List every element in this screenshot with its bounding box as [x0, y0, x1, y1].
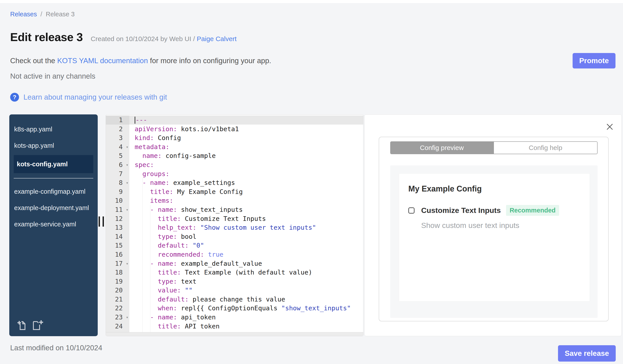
line-number: 17▾: [106, 259, 129, 268]
title-row: Edit release 3 Created on 10/10/2024 by …: [10, 30, 237, 44]
config-item-help: Show custom user text inputs: [421, 221, 580, 230]
tab-config-help[interactable]: Config help: [493, 141, 598, 154]
code-text: type: text: [129, 277, 363, 286]
horizontal-scrollbar[interactable]: [106, 332, 363, 336]
fold-arrow-icon[interactable]: ▾: [126, 178, 129, 187]
line-number: 14: [106, 232, 129, 241]
code-line-21[interactable]: 21 default: please change this value: [106, 295, 363, 304]
line-number: 24: [106, 322, 129, 331]
code-line-19[interactable]: 19 type: text: [106, 277, 363, 286]
code-line-5[interactable]: 5 name: config-sample: [106, 151, 363, 160]
code-line-22[interactable]: 22 when: repl{{ ConfigOptionEquals "show…: [106, 304, 363, 313]
code-line-12[interactable]: 12 title: Customize Text Inputs: [106, 214, 363, 223]
line-number: 2: [106, 124, 129, 134]
code-line-1[interactable]: 1---: [106, 116, 363, 124]
preview-tabs: Config preview Config help: [390, 141, 598, 154]
code-line-13[interactable]: 13 help_text: "Show custom user text inp…: [106, 223, 363, 232]
resize-bar: [103, 217, 104, 227]
code-line-23[interactable]: 23▾ - name: api_token: [106, 313, 363, 322]
config-preview-panel: Config preview Config help My Example Co…: [364, 114, 622, 336]
code-line-14[interactable]: 14 type: bool: [106, 232, 363, 241]
code-line-6[interactable]: 6▾spec:: [106, 160, 363, 169]
created-text: Created on 10/10/2024 by Web UI /: [91, 35, 195, 42]
line-number: 4▾: [106, 142, 129, 152]
code-text: spec:: [129, 160, 363, 169]
line-number: 7: [106, 169, 129, 179]
tab-config-preview[interactable]: Config preview: [390, 141, 493, 154]
code-text: title: Text Example (with default value): [129, 268, 363, 277]
line-number: 12: [106, 214, 129, 223]
line-number: 6▾: [106, 160, 129, 169]
question-mark-icon: ?: [10, 93, 19, 101]
code-line-9[interactable]: 9 title: My Example Config: [106, 187, 363, 196]
code-line-3[interactable]: 3kind: Config: [106, 133, 363, 142]
code-line-7[interactable]: 7 groups:: [106, 169, 363, 179]
line-number: 20: [106, 286, 129, 295]
preview-area: My Example Config Customize Text Inputs …: [390, 165, 598, 318]
close-icon[interactable]: [606, 123, 614, 131]
fold-arrow-icon[interactable]: ▾: [126, 142, 129, 152]
fold-arrow-icon[interactable]: ▾: [126, 160, 129, 169]
code-line-10[interactable]: 10 items:: [106, 196, 363, 205]
file-item-k8s-app.yaml[interactable]: k8s-app.yaml: [9, 121, 98, 137]
file-item-example-deployment.yaml[interactable]: example-deployment.yaml: [9, 200, 98, 216]
created-author-link[interactable]: Paige Calvert: [197, 35, 237, 42]
code-text: default: "0": [129, 241, 363, 250]
code-line-15[interactable]: 15 default: "0": [106, 241, 363, 250]
sidebar-resize-handle[interactable]: [99, 217, 104, 227]
line-number: 5: [106, 151, 129, 160]
line-number: 22: [106, 304, 129, 313]
fold-arrow-icon[interactable]: ▾: [126, 259, 129, 268]
release-editor-page: Releases / Release 3 Edit release 3 Crea…: [0, 0, 623, 364]
code-text: groups:: [129, 169, 363, 179]
git-releases-link[interactable]: Learn about managing your releases with …: [23, 93, 167, 101]
code-line-16[interactable]: 16 recommended: true: [106, 250, 363, 259]
line-number: 18: [106, 268, 129, 277]
promote-button[interactable]: Promote: [573, 53, 616, 68]
code-text: title: API token: [129, 322, 363, 331]
code-text: title: Customize Text Inputs: [129, 214, 363, 223]
file-item-example-service.yaml[interactable]: example-service.yaml: [9, 216, 98, 232]
kots-yaml-doc-link[interactable]: KOTS YAML documentation: [57, 57, 148, 65]
git-help-row: ? Learn about managing your releases wit…: [10, 93, 167, 101]
yaml-code-editor[interactable]: 1---2apiVersion: kots.io/v1beta13kind: C…: [106, 114, 363, 336]
line-number: 3: [106, 133, 129, 142]
code-text: help_text: "Show custom user text inputs…: [129, 223, 363, 232]
customize-text-inputs-checkbox[interactable]: [408, 207, 415, 214]
indent-guide: [150, 205, 150, 332]
line-number: 21: [106, 295, 129, 304]
file-item-example-configmap.yaml[interactable]: example-configmap.yaml: [9, 183, 98, 200]
code-text: - name: example_default_value: [129, 259, 363, 268]
code-text: apiVersion: kots.io/v1beta1: [129, 124, 363, 134]
code-line-20[interactable]: 20 value: "": [106, 286, 363, 295]
sidebar-divider: [14, 178, 93, 179]
code-text: items:: [129, 196, 363, 205]
code-text: ---: [129, 116, 363, 124]
code-line-2[interactable]: 2apiVersion: kots.io/v1beta1: [106, 124, 363, 134]
line-number: 8▾: [106, 178, 129, 187]
breadcrumb-separator: /: [41, 11, 42, 18]
code-line-18[interactable]: 18 title: Text Example (with default val…: [106, 268, 363, 277]
code-line-17[interactable]: 17▾ - name: example_default_value: [106, 259, 363, 268]
breadcrumb-releases-link[interactable]: Releases: [10, 11, 37, 18]
save-release-button[interactable]: Save release: [558, 345, 616, 362]
top-strip: [0, 0, 623, 3]
line-number: 13: [106, 223, 129, 232]
add-file-icon[interactable]: [16, 319, 28, 331]
new-file-icon[interactable]: [31, 319, 44, 331]
preview-card: Config preview Config help My Example Co…: [379, 137, 609, 321]
code-line-11[interactable]: 11▾ - name: show_text_inputs: [106, 205, 363, 214]
indent-guide: [142, 178, 143, 332]
config-item-label: Customize Text Inputs: [421, 206, 501, 215]
code-line-24[interactable]: 24 title: API token: [106, 322, 363, 331]
code-line-8[interactable]: 8▾ - name: example_settings: [106, 178, 363, 187]
file-item-kots-app.yaml[interactable]: kots-app.yaml: [9, 137, 98, 154]
code-text: metadata:: [129, 142, 363, 152]
resize-bar: [99, 217, 100, 227]
file-item-kots-config.yaml[interactable]: kots-config.yaml: [14, 155, 93, 173]
code-line-4[interactable]: 4▾metadata:: [106, 142, 363, 152]
code-text: value: "": [129, 286, 363, 295]
fold-arrow-icon[interactable]: ▾: [126, 313, 129, 322]
fold-arrow-icon[interactable]: ▾: [126, 205, 129, 214]
line-number: 19: [106, 277, 129, 286]
